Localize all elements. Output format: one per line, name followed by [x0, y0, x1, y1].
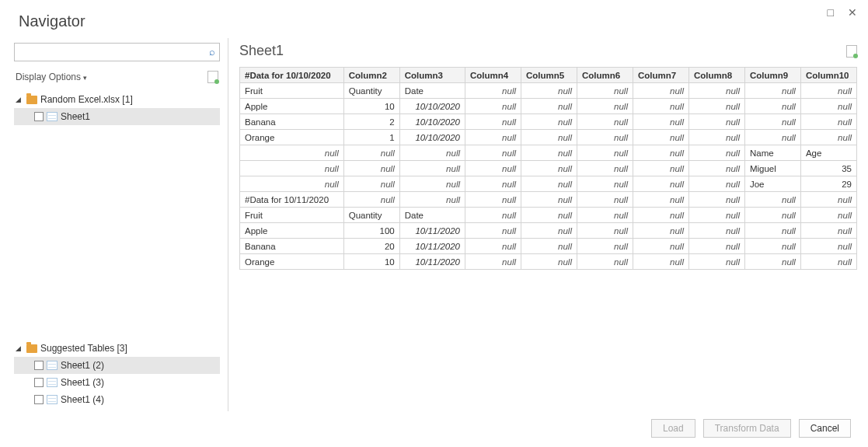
table-cell: null: [577, 83, 633, 99]
table-cell: null: [688, 239, 744, 254]
column-header[interactable]: Column10: [800, 68, 856, 83]
table-cell: null: [633, 114, 688, 130]
table-cell: null: [521, 130, 577, 145]
search-icon[interactable]: ⌕: [209, 46, 215, 58]
table-cell: null: [577, 254, 633, 270]
table-cell: null: [343, 176, 399, 192]
column-header[interactable]: Column4: [465, 68, 521, 83]
table-row[interactable]: Apple10010/11/2020nullnullnullnullnullnu…: [240, 223, 857, 239]
cancel-button[interactable]: Cancel: [799, 419, 851, 438]
refresh-icon[interactable]: [207, 71, 218, 83]
column-header[interactable]: Column7: [633, 68, 688, 83]
preview-panel: Sheet1 #Data for 10/10/2020Column2Column…: [228, 38, 868, 411]
checkbox[interactable]: [34, 112, 44, 121]
close-button[interactable]: ✕: [848, 6, 857, 19]
table-cell: 10: [343, 254, 399, 270]
load-button[interactable]: Load: [651, 419, 695, 438]
table-cell: null: [465, 223, 521, 239]
table-cell: null: [800, 114, 856, 130]
table-cell: null: [688, 99, 744, 114]
table-row[interactable]: Orange110/10/2020nullnullnullnullnullnul…: [240, 130, 857, 145]
column-header[interactable]: Column3: [399, 68, 465, 83]
display-options-label: Display Options: [16, 72, 81, 82]
table-row[interactable]: FruitQuantityDatenullnullnullnullnullnul…: [240, 83, 857, 99]
table-cell: null: [577, 161, 633, 176]
table-cell: null: [688, 223, 744, 239]
table-cell: null: [633, 254, 688, 270]
table-row[interactable]: Banana210/10/2020nullnullnullnullnullnul…: [240, 114, 857, 130]
table-cell: null: [577, 239, 633, 254]
table-cell: null: [633, 239, 688, 254]
table-cell: null: [633, 223, 688, 239]
checkbox[interactable]: [34, 395, 44, 404]
table-cell: null: [521, 223, 577, 239]
preview-options-icon[interactable]: [846, 45, 857, 58]
table-row[interactable]: nullnullnullnullnullnullnullnullNameAge: [240, 145, 857, 161]
table-cell: null: [744, 254, 800, 270]
table-cell: null: [633, 99, 688, 114]
checkbox[interactable]: [34, 361, 44, 370]
table-cell: null: [343, 145, 399, 161]
table-cell: 10/10/2020: [399, 99, 465, 114]
table-cell: null: [800, 239, 856, 254]
table-cell: null: [399, 145, 465, 161]
table-cell: null: [399, 161, 465, 176]
table-cell: Joe: [744, 176, 800, 192]
table-cell: Fruit: [240, 208, 344, 223]
column-header[interactable]: Column5: [521, 68, 577, 83]
table-cell: 100: [343, 223, 399, 239]
table-cell: null: [465, 192, 521, 208]
column-header[interactable]: Column6: [577, 68, 633, 83]
table-cell: 10/10/2020: [399, 114, 465, 130]
maximize-button[interactable]: □: [828, 6, 834, 19]
folder-icon: [26, 344, 37, 353]
table-cell: null: [800, 208, 856, 223]
table-cell: null: [577, 114, 633, 130]
table-cell: null: [465, 208, 521, 223]
table-cell: null: [577, 130, 633, 145]
table-row[interactable]: nullnullnullnullnullnullnullnullJoe29: [240, 176, 857, 192]
table-cell: null: [521, 254, 577, 270]
search-input[interactable]: [14, 43, 220, 61]
table-cell: Fruit: [240, 83, 344, 99]
table-cell: null: [240, 145, 344, 161]
tree-sheet-node[interactable]: Sheet1: [14, 108, 220, 125]
transform-data-button[interactable]: Transform Data: [703, 419, 791, 438]
navigator-panel: ⌕ Display Options ▾ ◢ Random Excel.xlsx …: [0, 38, 228, 411]
table-cell: null: [577, 145, 633, 161]
table-row[interactable]: FruitQuantityDatenullnullnullnullnullnul…: [240, 208, 857, 223]
suggested-item-label: Sheet1 (2): [61, 360, 104, 371]
suggested-item[interactable]: Sheet1 (4): [14, 391, 220, 408]
suggested-header-node[interactable]: ◢ Suggested Tables [3]: [14, 340, 220, 357]
table-cell: null: [343, 192, 399, 208]
tree-file-node[interactable]: ◢ Random Excel.xlsx [1]: [14, 91, 220, 108]
table-cell: null: [633, 192, 688, 208]
column-header[interactable]: Column9: [744, 68, 800, 83]
table-cell: null: [688, 192, 744, 208]
checkbox[interactable]: [34, 378, 44, 387]
column-header[interactable]: Column8: [688, 68, 744, 83]
table-cell: Name: [744, 145, 800, 161]
table-cell: null: [744, 130, 800, 145]
table-cell: null: [688, 130, 744, 145]
suggested-item-label: Sheet1 (4): [61, 394, 104, 405]
table-row[interactable]: Apple1010/10/2020nullnullnullnullnullnul…: [240, 99, 857, 114]
table-cell: Quantity: [343, 208, 399, 223]
table-row[interactable]: nullnullnullnullnullnullnullnullMiguel35: [240, 161, 857, 176]
suggested-item[interactable]: Sheet1 (2): [14, 357, 220, 374]
table-cell: null: [744, 99, 800, 114]
table-cell: Orange: [240, 130, 344, 145]
column-header[interactable]: Column2: [343, 68, 399, 83]
display-options-dropdown[interactable]: Display Options ▾: [16, 72, 87, 82]
table-cell: null: [577, 208, 633, 223]
table-row[interactable]: Banana2010/11/2020nullnullnullnullnullnu…: [240, 239, 857, 254]
table-cell: null: [800, 83, 856, 99]
table-icon: [47, 361, 58, 370]
table-cell: null: [399, 192, 465, 208]
table-row[interactable]: Orange1010/11/2020nullnullnullnullnullnu…: [240, 254, 857, 270]
column-header[interactable]: #Data for 10/10/2020: [240, 68, 344, 83]
table-row[interactable]: #Data for 10/11/2020nullnullnullnullnull…: [240, 192, 857, 208]
suggested-item[interactable]: Sheet1 (3): [14, 374, 220, 391]
table-cell: null: [633, 130, 688, 145]
table-cell: null: [688, 145, 744, 161]
